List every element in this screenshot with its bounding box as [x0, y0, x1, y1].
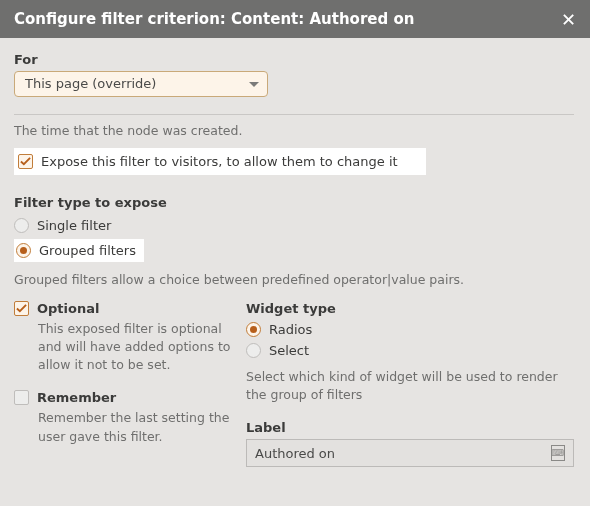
dialog-content: For This page (override) The time that t… [0, 38, 590, 467]
for-select-value: This page (override) [25, 76, 156, 91]
optional-row[interactable]: Optional [14, 301, 234, 316]
expose-label: Expose this filter to visitors, to allow… [41, 154, 398, 169]
check-icon [20, 156, 31, 167]
close-icon[interactable]: ✕ [561, 9, 576, 30]
widget-radios-label: Radios [269, 322, 312, 337]
filter-type-heading: Filter type to expose [14, 195, 574, 210]
for-select[interactable]: This page (override) [14, 71, 268, 97]
remember-row[interactable]: Remember [14, 390, 234, 405]
dialog-titlebar: Configure filter criterion: Content: Aut… [0, 0, 590, 38]
label-field-label: Label [246, 420, 574, 435]
optional-checkbox[interactable] [14, 301, 29, 316]
filter-type-grouped-label: Grouped filters [39, 243, 136, 258]
label-input-value: Authored on [255, 446, 335, 461]
divider [14, 114, 574, 115]
dialog-title: Configure filter criterion: Content: Aut… [14, 10, 414, 28]
caret-down-icon [249, 82, 259, 87]
filter-type-single-label: Single filter [37, 218, 111, 233]
for-label: For [14, 52, 574, 67]
check-icon [16, 303, 27, 314]
optional-block: Optional This exposed filter is optional… [14, 301, 234, 374]
expose-checkbox[interactable] [18, 154, 33, 169]
optional-label: Optional [37, 301, 99, 316]
widget-select[interactable]: Select [246, 341, 574, 360]
widget-select-label: Select [269, 343, 309, 358]
widget-type-heading: Widget type [246, 301, 574, 316]
label-input[interactable]: Authored on ⌨ [246, 439, 574, 467]
remember-checkbox[interactable] [14, 390, 29, 405]
radio-unselected[interactable] [246, 343, 261, 358]
radio-selected[interactable] [16, 243, 31, 258]
field-description: The time that the node was created. [14, 123, 574, 138]
remember-label: Remember [37, 390, 116, 405]
widget-help: Select which kind of widget will be used… [246, 368, 574, 404]
remember-help: Remember the last setting the user gave … [38, 409, 234, 445]
radio-selected[interactable] [246, 322, 261, 337]
radio-unselected[interactable] [14, 218, 29, 233]
widget-radios[interactable]: Radios [246, 320, 574, 339]
radio-dot-icon [20, 247, 27, 254]
keyboard-icon: ⌨ [551, 445, 565, 461]
filter-type-grouped[interactable]: Grouped filters [14, 239, 144, 262]
filter-type-single[interactable]: Single filter [14, 216, 574, 235]
filter-type-help: Grouped filters allow a choice between p… [14, 272, 574, 287]
expose-filter-row[interactable]: Expose this filter to visitors, to allow… [14, 148, 426, 175]
radio-dot-icon [250, 326, 257, 333]
optional-help: This exposed filter is optional and will… [38, 320, 234, 374]
remember-block: Remember Remember the last setting the u… [14, 390, 234, 445]
